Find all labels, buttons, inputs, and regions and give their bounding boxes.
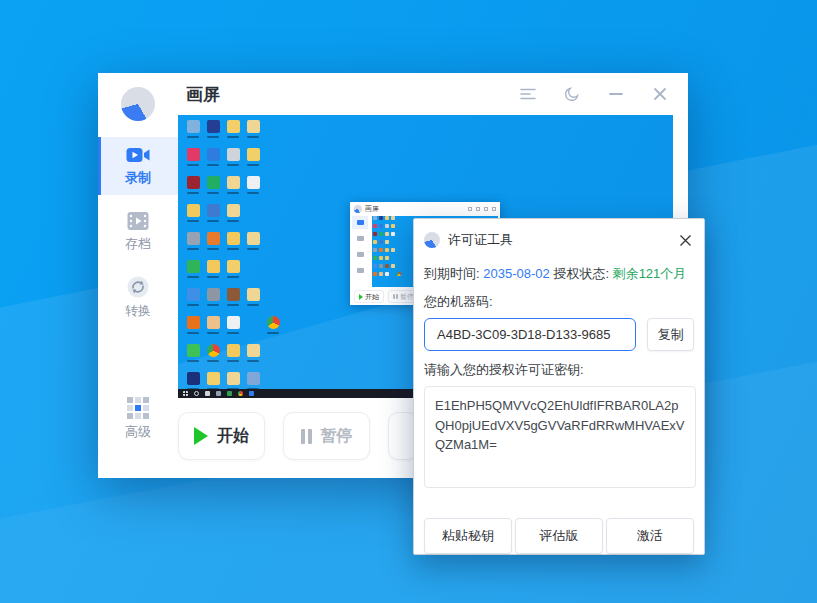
mini-window-controls [468,207,496,211]
camcorder-icon [126,145,150,165]
close-icon[interactable] [650,84,670,104]
sidebar-item-label: 转换 [125,302,151,320]
license-status-line: 到期时间: 2035-08-02 授权状态: 剩余121个月 [424,265,694,283]
trial-version-button[interactable]: 评估版 [515,518,603,554]
license-key-textarea[interactable]: E1EhPH5QMVVcQ2EhUldfIFRBAR0LA2pQH0pjUEdV… [424,386,696,488]
preview-taskbar-icons [183,391,254,396]
sidebar-item-convert[interactable]: 转换 [98,269,178,327]
minimize-icon[interactable] [606,84,626,104]
play-icon [359,294,363,300]
app-logo-icon [354,205,362,213]
mini-window-title: 画屏 [365,204,379,214]
pause-button[interactable]: 暂停 [283,412,370,460]
pause-icon [301,429,312,444]
sidebar-item-record[interactable]: 录制 [98,137,178,195]
expiry-date: 2035-08-02 [483,266,550,281]
grid-advanced-icon [127,397,149,419]
film-play-icon [127,211,149,231]
status-value: 剩余121个月 [613,266,687,281]
sidebar-item-label: 存档 [125,235,151,253]
start-button[interactable]: 开始 [178,412,265,460]
mini-titlebar: 画屏 [350,202,500,215]
dialog-title: 许可证工具 [448,231,513,249]
sidebar: 录制 存档 转换 [98,73,178,478]
machine-code-label: 您的机器码: [424,293,694,311]
desktop-wallpaper: 录制 存档 转换 [0,0,817,603]
moon-icon[interactable] [562,84,582,104]
close-icon[interactable] [676,231,694,249]
sidebar-item-label: 录制 [125,169,151,187]
sidebar-item-archive[interactable]: 存档 [98,203,178,261]
mini-start-button: 开始 [354,290,384,303]
paste-key-button[interactable]: 粘贴秘钥 [424,518,512,554]
titlebar: 画屏 [178,73,688,115]
pause-icon [393,294,398,299]
copy-button[interactable]: 复制 [647,318,694,351]
convert-refresh-icon [127,276,149,298]
preview-icon-grid [183,120,283,398]
play-icon [194,427,208,445]
menu-icon[interactable] [518,84,538,104]
app-logo-icon [424,232,440,248]
license-key-label: 请输入您的授权许可证密钥: [424,361,694,379]
activate-button[interactable]: 激活 [606,518,694,554]
mini-sidebar [350,215,370,288]
sidebar-item-advanced[interactable]: 高级 [98,390,178,448]
window-title: 画屏 [186,83,220,106]
expiry-label: 到期时间: [424,266,480,281]
license-dialog: 许可证工具 到期时间: 2035-08-02 授权状态: 剩余121个月 您的机… [413,218,705,555]
sidebar-item-label: 高级 [125,423,151,441]
machine-code-input[interactable] [424,318,636,351]
status-label: 授权状态: [553,266,609,281]
app-logo-icon [121,87,155,121]
